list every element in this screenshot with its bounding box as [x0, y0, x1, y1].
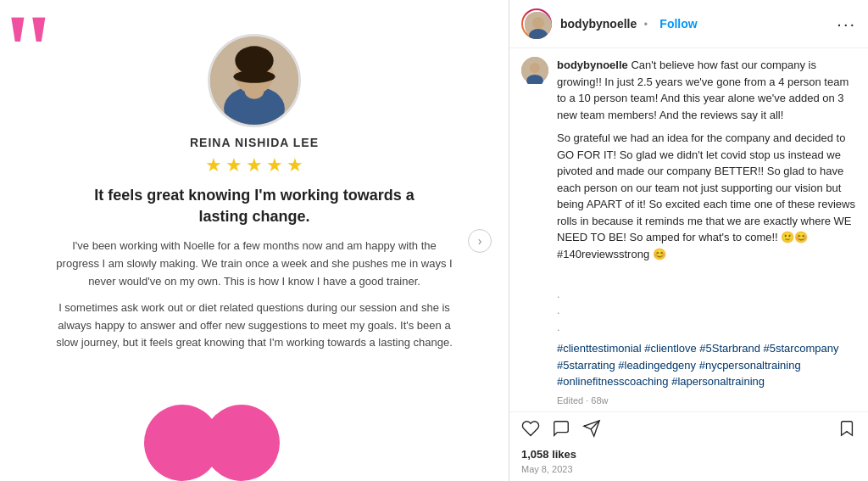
left-panel: " REINA NISHIDA LEE ★ ★ ★ ★ ★ It feels g… — [0, 0, 509, 481]
quote-mark-open: " — [0, 0, 57, 102]
star-2: ★ — [225, 154, 242, 176]
ig-dot: • — [644, 19, 648, 31]
ig-dots: ... — [557, 269, 856, 335]
likes-count: 1,058 likes — [521, 448, 856, 461]
ig-main-comment: bodybynoelle Can't believe how fast our … — [521, 57, 856, 407]
ig-action-bar — [521, 419, 856, 443]
reviewer-avatar — [208, 34, 301, 127]
svg-point-7 — [532, 17, 544, 29]
ig-header-info: bodybynoelle • Follow — [560, 16, 828, 31]
star-5: ★ — [287, 154, 303, 176]
ig-hashtags: #clienttestimonial #clientlove #5Starbra… — [557, 340, 856, 390]
svg-point-10 — [530, 63, 540, 73]
star-1: ★ — [205, 154, 222, 176]
like-icon[interactable] — [521, 419, 540, 443]
decoration-circle-right — [203, 405, 280, 481]
ig-username[interactable]: bodybynoelle — [560, 17, 637, 31]
ig-comment-username[interactable]: bodybynoelle — [557, 59, 628, 71]
review-paragraph-1: I've been working with Noelle for a few … — [51, 238, 458, 290]
ig-comment-body: bodybynoelle Can't believe how fast our … — [557, 57, 856, 407]
next-arrow[interactable]: › — [468, 229, 492, 253]
share-icon[interactable] — [582, 419, 601, 443]
star-4: ★ — [266, 154, 283, 176]
ig-comment-avatar — [521, 57, 548, 84]
star-3: ★ — [246, 154, 263, 176]
review-paragraph-2: I sometimes ask work out or diet related… — [51, 299, 458, 352]
instagram-panel: bodybynoelle • Follow ··· bodybynoelle C… — [509, 0, 868, 481]
bookmark-icon[interactable] — [837, 419, 856, 443]
ig-comment-paragraph2: So grateful we had an idea for the compa… — [557, 130, 856, 262]
ig-header: bodybynoelle • Follow ··· — [509, 0, 868, 48]
ig-footer: 1,058 likes May 8, 2023 — [509, 411, 868, 481]
ig-profile-avatar[interactable] — [521, 8, 552, 39]
star-rating: ★ ★ ★ ★ ★ — [205, 154, 303, 176]
svg-point-5 — [233, 70, 275, 83]
comment-icon[interactable] — [552, 419, 570, 443]
reviewer-name: REINA NISHIDA LEE — [190, 136, 319, 149]
ig-follow-button[interactable]: Follow — [659, 17, 697, 31]
ig-edited: Edited · 68w — [557, 394, 856, 408]
review-headline: It feels great knowing I'm working towar… — [76, 185, 432, 227]
ig-content: bodybynoelle Can't believe how fast our … — [509, 48, 868, 411]
post-date: May 8, 2023 — [521, 464, 856, 474]
review-body: I've been working with Noelle for a few … — [51, 238, 458, 352]
ig-more-options[interactable]: ··· — [837, 14, 856, 34]
